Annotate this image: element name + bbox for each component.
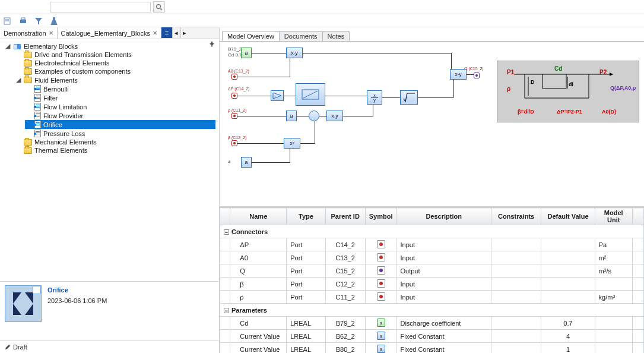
col-type[interactable]: Type: [287, 208, 325, 225]
node-mech[interactable]: Mechanical Elements: [14, 138, 215, 146]
block-summing[interactable]: [309, 111, 319, 121]
node-drive[interactable]: Drive and Transmission Elements: [14, 51, 215, 59]
print-icon[interactable]: [18, 15, 28, 26]
table-row[interactable]: Current Value LREAL B62_2 a Fixed Consta…: [220, 330, 644, 343]
close-icon[interactable]: ✕: [49, 30, 53, 36]
diagram-canvas[interactable]: B79_2 Cd 0.7 A0 (C13_2) ΔP (C14_2) ρ (C1…: [220, 42, 644, 207]
search-input[interactable]: [50, 2, 151, 12]
port-icon: [377, 292, 385, 301]
port-a0[interactable]: [231, 74, 237, 80]
scroll-right-icon[interactable]: ▸: [180, 27, 189, 38]
node-flowlim[interactable]: Flow Limitation: [25, 102, 215, 111]
node-thermal[interactable]: Thermal Elements: [14, 146, 215, 155]
block-mul2[interactable]: x·y: [326, 111, 343, 121]
block-transfer[interactable]: [296, 83, 325, 106]
collapse-icon[interactable]: −: [224, 308, 229, 313]
port-beta[interactable]: [231, 140, 237, 146]
svg-text:di: di: [569, 81, 573, 87]
svg-text:D: D: [531, 79, 535, 85]
status-label: Draft: [13, 343, 27, 351]
collapse-icon[interactable]: −: [224, 229, 229, 235]
beta-port-label: β (C12_2): [228, 135, 246, 140]
node-orifice[interactable]: Orifice: [25, 120, 215, 129]
new-icon[interactable]: [2, 15, 13, 26]
node-electro[interactable]: Electrotechnical Elements: [14, 59, 215, 67]
svg-line-1: [160, 8, 162, 10]
table-row[interactable]: Current Value LREAL B80_2 a Fixed Consta…: [220, 343, 644, 354]
node-label: Mechanical Elements: [34, 138, 97, 146]
port-rho[interactable]: [231, 113, 237, 119]
block-sqrt[interactable]: [400, 90, 418, 105]
param-icon: a: [377, 332, 385, 340]
search-button[interactable]: [153, 1, 165, 13]
col-symbol[interactable]: Symbol: [365, 208, 396, 225]
close-icon[interactable]: ✕: [153, 30, 157, 36]
tab-label: Demonstration: [4, 30, 46, 37]
top-toolbar: [0, 0, 644, 14]
folder-icon: [24, 68, 32, 75]
svg-point-0: [157, 4, 161, 8]
col-constraints[interactable]: Constraints: [491, 208, 541, 225]
node-examples[interactable]: Examples of custom components: [14, 67, 215, 75]
node-bernoulli[interactable]: Bernoulli: [25, 84, 215, 93]
group-row[interactable]: −Connectors: [220, 225, 644, 238]
document-tabbar: Demonstration ✕ Catalogue_Elementary_Blo…: [0, 27, 219, 39]
table-row[interactable]: β Port C12_2 Input: [220, 278, 644, 291]
tab-catalogue[interactable]: Catalogue_Elementary_Blocks ✕: [58, 27, 161, 39]
port-q[interactable]: [474, 73, 480, 78]
tab-label: Documents: [284, 33, 318, 40]
table-row[interactable]: Cd LREAL B79_2 a Discharge coefficient 0…: [220, 317, 644, 330]
col-name[interactable]: Name: [230, 208, 287, 225]
col-unit[interactable]: Model Unit: [595, 208, 632, 225]
col-parentid[interactable]: Parent ID: [325, 208, 365, 225]
search-icon: [156, 4, 163, 11]
folder-icon: [24, 147, 32, 154]
block-const-a[interactable]: a: [286, 111, 297, 121]
catalogue-tree: ◢ Elementary Blocks Drive and Transmissi…: [4, 42, 215, 155]
tab-demonstration[interactable]: Demonstration ✕: [0, 27, 58, 39]
table-row[interactable]: A0 Port C13_2 Input m²: [220, 251, 644, 264]
col-default[interactable]: Default Value: [541, 208, 595, 225]
view-icon[interactable]: ≡: [161, 27, 172, 38]
doc-icon: [34, 103, 41, 111]
svg-text:x: x: [373, 93, 376, 97]
table-row[interactable]: ρ Port C11_2 Input kg/m³: [220, 291, 644, 304]
tab-model-overview[interactable]: Model Overview: [222, 31, 280, 41]
tab-documents[interactable]: Documents: [279, 31, 323, 41]
orifice-icon: [9, 290, 37, 317]
node-filter[interactable]: Filter: [25, 93, 215, 102]
preview-title: Orifice: [47, 286, 107, 294]
flask-icon[interactable]: [49, 15, 59, 26]
properties-table: Name Type Parent ID Symbol Description C…: [220, 207, 644, 353]
table-row[interactable]: ΔP Port C14_2 Input Pa: [220, 238, 644, 251]
col-description[interactable]: Description: [396, 208, 491, 225]
node-ploss[interactable]: Pressure Loss: [25, 129, 215, 138]
block-cd-source[interactable]: a: [241, 48, 252, 58]
block-mul3[interactable]: x·y: [450, 69, 467, 80]
filter-icon[interactable]: [33, 15, 44, 26]
node-flowprov[interactable]: Flow Provider: [25, 111, 215, 120]
preview-thumbnail[interactable]: [5, 285, 42, 322]
svg-marker-14: [273, 93, 281, 99]
folder-icon: [24, 77, 32, 83]
node-fluid[interactable]: ◢Fluid Elements: [14, 75, 215, 84]
tree-root[interactable]: ◢ Elementary Blocks: [4, 42, 215, 51]
table-row[interactable]: Q Port C15_2 Output m³/s: [220, 264, 644, 278]
svg-text:y: y: [373, 98, 376, 103]
port-dp[interactable]: [231, 93, 237, 99]
zoom-icon[interactable]: [33, 286, 41, 294]
block-gain[interactable]: [271, 90, 284, 101]
tab-notes[interactable]: Notes: [322, 31, 350, 41]
block-const4[interactable]: a: [241, 157, 252, 168]
scroll-left-icon[interactable]: ◂: [172, 27, 180, 38]
pin-icon[interactable]: [208, 40, 217, 49]
block-power[interactable]: xʸ: [284, 138, 300, 149]
block-mul1[interactable]: x·y: [286, 48, 303, 58]
node-label: Filter: [43, 94, 58, 102]
folder-icon: [24, 60, 32, 67]
block-divide[interactable]: xy: [367, 90, 382, 105]
group-row[interactable]: −Parameters: [220, 304, 644, 317]
q-port-label: Q (C15_2): [464, 67, 484, 71]
node-label: Examples of custom components: [34, 68, 131, 75]
node-label: Pressure Loss: [43, 130, 85, 137]
